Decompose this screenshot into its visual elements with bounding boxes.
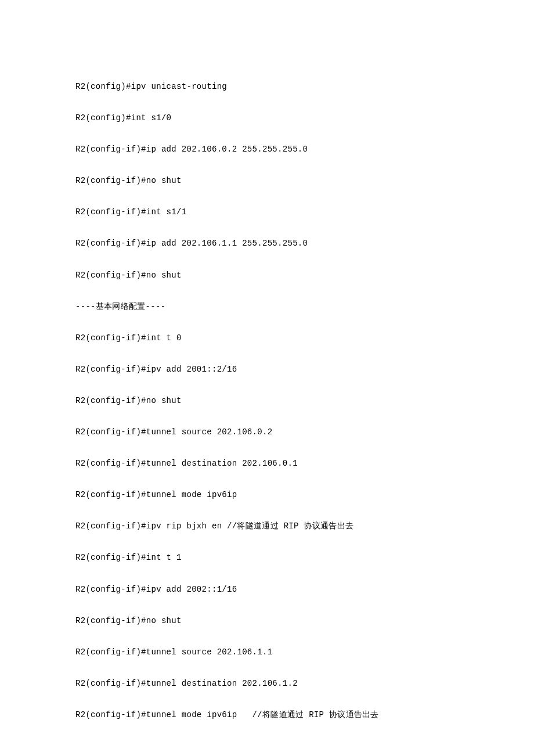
config-line: R2(config-if)#tunnel source 202.106.0.2: [75, 427, 476, 438]
document-content: R2(config)#ipv unicast-routing R2(config…: [0, 0, 534, 721]
config-line: R2(config-if)#tunnel mode ipv6ip: [75, 489, 476, 501]
config-line: R2(config-if)#ipv rip bjxh en //将隧道通过 RI…: [75, 521, 476, 532]
config-line: R2(config-if)#no shut: [75, 395, 476, 407]
config-line: R2(config-if)#tunnel destination 202.106…: [75, 458, 476, 470]
config-line: R2(config-if)#tunnel source 202.106.1.1: [75, 647, 476, 658]
config-line: R2(config-if)#tunnel destination 202.106…: [75, 678, 476, 690]
config-line: R2(config)#int s1/0: [75, 113, 476, 124]
config-line: R2(config-if)#int t 1: [75, 552, 476, 564]
config-line: R2(config-if)#ip add 202.106.1.1 255.255…: [75, 238, 476, 250]
config-line: R2(config-if)#ipv add 2001::2/16: [75, 364, 476, 376]
config-line: R2(config-if)#int s1/1: [75, 207, 476, 218]
config-line: R2(config-if)#int t 0: [75, 333, 476, 344]
config-line: R2(config-if)#no shut: [75, 175, 476, 187]
config-line: R2(config-if)#no shut: [75, 615, 476, 627]
config-line: R2(config)#ipv unicast-routing: [75, 81, 476, 93]
config-line: R2(config-if)#no shut: [75, 270, 476, 282]
section-header: ----基本网络配置----: [75, 301, 476, 313]
config-line: R2(config-if)#tunnel mode ipv6ip //将隧道通过…: [75, 710, 476, 721]
config-line: R2(config-if)#ip add 202.106.0.2 255.255…: [75, 144, 476, 156]
config-line: R2(config-if)#ipv add 2002::1/16: [75, 584, 476, 596]
